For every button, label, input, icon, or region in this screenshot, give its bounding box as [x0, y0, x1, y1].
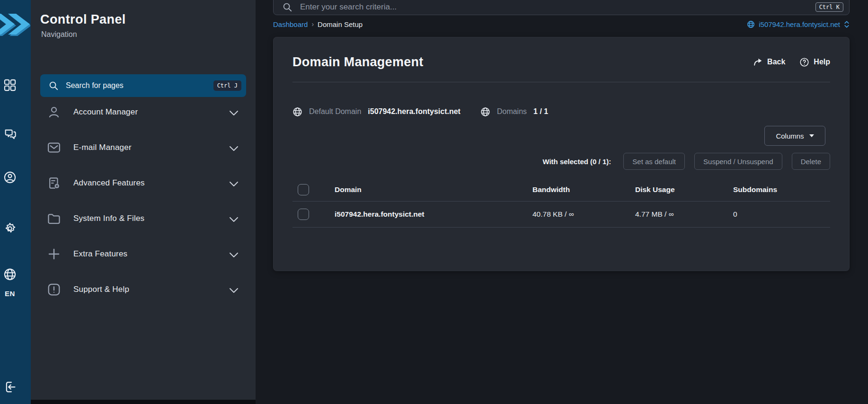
envelope-icon: [47, 141, 61, 155]
back-button[interactable]: Back: [753, 57, 785, 67]
language-globe-icon[interactable]: [3, 268, 17, 281]
sidebar-item-label: Advanced Features: [73, 178, 145, 188]
sidebar-search-input[interactable]: [66, 81, 213, 90]
plus-icon: [47, 247, 61, 261]
person-icon: [47, 105, 61, 119]
domain-selector-value: i507942.hera.fontysict.net: [759, 20, 840, 28]
help-circle-icon: [799, 57, 809, 67]
columns-label: Columns: [776, 132, 804, 140]
sidebar-item-label: Extra Features: [73, 249, 127, 259]
help-button[interactable]: Help: [799, 57, 830, 67]
breadcrumb-row: Dashboard › Domain Setup i507942.hera.fo…: [273, 18, 850, 30]
default-domain-label: Default Domain: [309, 107, 361, 116]
breadcrumb: Dashboard › Domain Setup: [273, 20, 363, 28]
sidebar-item-system-info-files[interactable]: System Info & Files: [40, 207, 246, 230]
domain-selector[interactable]: i507942.hera.fontysict.net: [747, 20, 850, 28]
sidebar-item-support-help[interactable]: Support & Help: [40, 278, 246, 301]
with-selected-label: With selected (0 / 1):: [542, 158, 611, 166]
sidebar-item-advanced-features[interactable]: Advanced Features: [40, 171, 246, 195]
sidebar-bottom-strip: [31, 400, 256, 404]
sidebar-item-extra-features[interactable]: Extra Features: [40, 242, 246, 266]
domain-management-card: Domain Management Back: [273, 37, 850, 271]
card-header: Domain Management Back: [292, 52, 830, 72]
chevron-down-icon: [229, 180, 239, 186]
global-search[interactable]: Ctrl K: [273, 0, 850, 15]
column-header-subdomains[interactable]: Subdomains: [728, 185, 830, 194]
alert-icon: [47, 282, 61, 297]
delete-button[interactable]: Delete: [792, 153, 830, 170]
messages-icon[interactable]: [3, 127, 17, 141]
chevron-down-icon: [229, 109, 239, 115]
header-actions: Back Help: [753, 57, 830, 67]
row-subdomains: 0: [728, 210, 830, 219]
sidebar-item-label: System Info & Files: [73, 214, 144, 223]
icon-rail: EN: [0, 0, 31, 404]
column-header-disk-usage[interactable]: Disk Usage: [630, 185, 728, 194]
updown-chevrons-icon: [844, 20, 850, 28]
chevron-down-icon: [229, 145, 239, 150]
breadcrumb-separator: ›: [308, 20, 318, 28]
sidebar-item-email-manager[interactable]: E-mail Manager: [40, 136, 246, 159]
logout-icon[interactable]: [3, 380, 18, 394]
breadcrumb-current: Domain Setup: [318, 20, 363, 28]
back-arrow-icon: [753, 57, 763, 67]
chevron-down-icon: [229, 251, 239, 257]
language-label[interactable]: EN: [0, 290, 20, 298]
sidebar-title: Control Panel: [40, 12, 126, 27]
select-all-checkbox[interactable]: [298, 184, 309, 195]
with-selected-toolbar: With selected (0 / 1): Set as default Su…: [542, 153, 830, 170]
header-divider: [292, 82, 830, 82]
globe-icon: [292, 107, 302, 117]
breadcrumb-dashboard-link[interactable]: Dashboard: [273, 20, 308, 28]
globe-icon: [747, 20, 755, 28]
columns-button[interactable]: Columns: [764, 126, 825, 146]
domains-table: Domain Bandwidth Disk Usage Subdomains i…: [292, 178, 830, 228]
table-header-row: Domain Bandwidth Disk Usage Subdomains: [292, 178, 830, 202]
search-icon: [48, 80, 59, 91]
profile-icon[interactable]: [3, 171, 17, 184]
domain-info-row: Default Domain i507942.hera.fontysict.ne…: [292, 103, 548, 121]
main-content: Ctrl K Dashboard › Domain Setup i507942.…: [256, 0, 868, 404]
caret-down-icon: [809, 134, 814, 137]
domains-label: Domains: [497, 107, 527, 116]
brand-logo-icon[interactable]: [0, 9, 30, 39]
column-header-bandwidth[interactable]: Bandwidth: [527, 185, 630, 194]
global-search-input[interactable]: [300, 2, 815, 12]
sidebar-item-account-manager[interactable]: Account Manager: [40, 100, 246, 124]
sidebar-item-label: Account Manager: [73, 107, 138, 117]
navigation-sidebar: Control Panel Navigation Ctrl J Account …: [31, 0, 256, 404]
sidebar-item-label: Support & Help: [73, 285, 129, 294]
chevron-down-icon: [229, 287, 239, 292]
row-domain[interactable]: i507942.hera.fontysict.net: [329, 210, 527, 219]
globe-icon: [480, 107, 490, 117]
sidebar-item-label: E-mail Manager: [73, 143, 132, 152]
page-title: Domain Management: [292, 55, 424, 70]
sidebar-search-shortcut: Ctrl J: [213, 80, 241, 91]
sidebar-subtitle: Navigation: [41, 30, 77, 39]
row-checkbox[interactable]: [298, 209, 309, 220]
row-bandwidth: 40.78 KB / ∞: [527, 210, 630, 219]
help-label: Help: [814, 58, 830, 66]
default-domain-value: i507942.hera.fontysict.net: [368, 107, 461, 116]
column-header-domain[interactable]: Domain: [329, 185, 527, 194]
domains-count: 1 / 1: [533, 107, 548, 116]
back-label: Back: [767, 58, 785, 66]
suspend-unsuspend-button[interactable]: Suspend / Unsuspend: [694, 153, 782, 170]
folder-icon: [47, 211, 61, 226]
sidebar-search[interactable]: Ctrl J: [40, 74, 246, 97]
row-disk-usage: 4.77 MB / ∞: [630, 210, 728, 219]
search-icon: [282, 2, 292, 12]
global-search-shortcut: Ctrl K: [815, 2, 843, 12]
settings-gear-icon[interactable]: [3, 222, 17, 235]
document-gear-icon: [47, 176, 61, 190]
dashboard-grid-icon[interactable]: [3, 79, 17, 92]
chevron-down-icon: [229, 216, 239, 221]
table-row: i507942.hera.fontysict.net 40.78 KB / ∞ …: [292, 202, 830, 228]
set-as-default-button[interactable]: Set as default: [623, 153, 685, 170]
